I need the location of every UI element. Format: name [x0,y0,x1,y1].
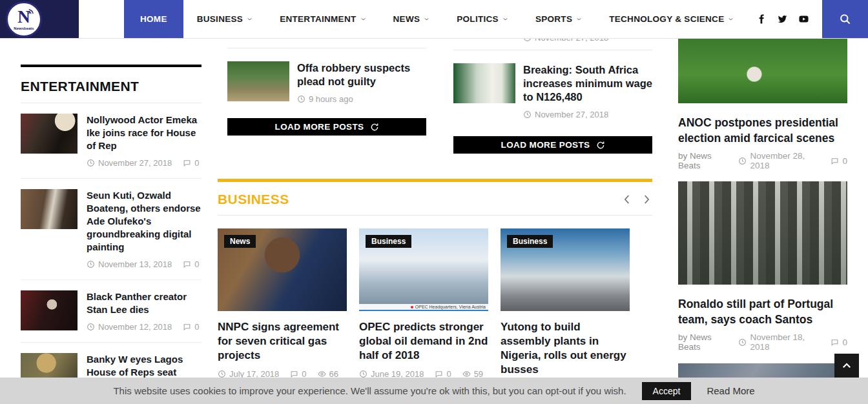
search-button[interactable] [822,0,868,38]
section-title: BUSINESS [218,192,289,207]
article-thumbnail[interactable] [21,189,78,229]
article-image[interactable]: Business OPEC Headquarters, Viena Austri… [359,228,488,311]
nav-item-news[interactable]: NEWS [380,0,444,38]
article-thumbnail[interactable] [227,61,289,101]
author-byline[interactable]: by News Beats [678,332,731,352]
clock-icon [87,260,95,268]
article-thumbnail[interactable] [21,290,78,330]
article-title[interactable]: Seun Kuti, Ozwald Boateng, others endors… [87,189,202,254]
clock-icon [87,323,95,331]
article-title[interactable]: Offa robbery suspects plead not guilty [297,61,426,88]
article-title[interactable]: Ronaldo still part of Portugal team, say… [678,296,847,327]
article-title[interactable]: ANOC postpones presidential election ami… [678,115,847,146]
article-card: News NNPC signs agreement for seven crit… [218,228,347,393]
article-title[interactable]: Black Panther creator Stan Lee dies [87,290,202,316]
comments-icon [831,338,839,347]
widget-title: ENTERTAINMENT [21,79,202,94]
scroll-to-top-button[interactable] [834,354,859,378]
category-tag[interactable]: Business [507,235,553,248]
category-tag[interactable]: Business [366,235,411,248]
author-byline[interactable]: by News Beats [678,151,731,170]
facebook-icon[interactable] [756,14,767,25]
nav-label: BUSINESS [197,14,243,24]
logo-name: Newsbeats [14,26,34,30]
nav-label: TECHNOLOGY & SCIENCE [609,14,724,24]
business-header: BUSINESS [218,182,652,215]
nav-item-entertainment[interactable]: ENTERTAINMENT [266,0,379,38]
article-card: Business OPEC Headquarters, Viena Austri… [359,228,488,393]
widget-top-rule [21,65,202,67]
article-date: November 13, 2018 [98,259,172,269]
chevron-down-icon [247,16,253,22]
article-meta: November 27, 2018 0 [87,158,202,168]
sports-sidebar: ANOC postpones presidential election ami… [678,39,847,404]
twitter-icon[interactable] [777,14,788,25]
article-meta: November 12, 2018 0 [87,322,202,332]
comments-icon [183,323,191,331]
article-title[interactable]: NNPC signs agreement for seven critical … [218,320,347,363]
load-more-label: LOAD MORE POSTS [274,122,364,132]
article-title[interactable]: Banky W eyes Lagos House of Reps seat [87,353,202,379]
main-nav: HOME BUSINESS ENTERTAINMENT NEWS POLITIC… [124,0,747,38]
feed-columns: Offa robbery suspects plead not guilty 9… [218,39,652,154]
nav-item-politics[interactable]: POLITICS [443,0,522,38]
nav-item-business[interactable]: BUSINESS [183,0,266,38]
refresh-icon [370,123,379,132]
list-item: Nollywood Actor Emeka Ike joins race for… [21,103,202,179]
entertainment-widget: ENTERTAINMENT Nollywood Actor Emeka Ike … [21,39,202,404]
image-caption: OPEC Headquarters, Viena Austria [359,304,488,311]
nav-item-home[interactable]: HOME [124,0,183,38]
comments-count[interactable]: 0 [194,259,199,269]
site-logo[interactable]: N Newsbeats [6,1,42,37]
cookie-read-more-link[interactable]: Read More [707,385,754,396]
prev-arrow-icon[interactable] [621,194,633,205]
article-title[interactable]: OPEC predicts stronger global oil demand… [359,320,488,363]
comments-icon [183,159,191,167]
comments-count[interactable]: 0 [194,322,199,332]
category-tag[interactable]: News [224,235,256,248]
comments-icon [831,157,839,165]
chevron-down-icon [728,16,734,22]
list-item: Black Panther creator Stan Lee dies Nove… [21,280,202,343]
comments-count[interactable]: 0 [194,158,199,168]
header-actions [756,0,868,38]
comments-count[interactable]: 0 [842,156,847,166]
center-column: Offa robbery suspects plead not guilty 9… [218,39,652,393]
nav-label: ENTERTAINMENT [280,14,356,24]
clock-icon [523,110,532,119]
load-more-posts-button[interactable]: LOAD MORE POSTS [227,118,426,136]
nav-item-technology-science[interactable]: TECHNOLOGY & SCIENCE [595,0,747,38]
article-title[interactable]: Yutong to build assembly plants in Niger… [501,320,630,377]
chevron-down-icon [576,16,582,22]
logo-block[interactable]: N Newsbeats [0,0,79,38]
business-section: BUSINESS News NNPC signs agreement for s… [218,179,652,393]
chevron-up-icon [841,360,852,372]
cookie-consent-bar: This website uses cookies to improve you… [0,378,868,404]
search-icon [839,13,851,25]
caption-text: OPEC Headquarters, Viena Austria [415,305,486,309]
article-title[interactable]: Breaking: South Africa increases minimum… [523,63,652,104]
article-meta: 9 hours ago [297,94,426,104]
load-more-posts-button[interactable]: LOAD MORE POSTS [453,136,652,154]
accept-cookies-button[interactable]: Accept [642,382,692,400]
article-image[interactable] [678,181,847,285]
list-item: Seun Kuti, Ozwald Boateng, others endors… [21,179,202,280]
nav-label: NEWS [393,14,420,24]
social-links [756,0,822,38]
nav-label: SPORTS [535,14,572,24]
comments-count[interactable]: 0 [842,338,847,347]
article-meta: by News Beats November 18, 2018 0 [678,332,847,352]
cookie-message: This website uses cookies to improve you… [113,385,626,396]
article-thumbnail[interactable] [21,114,78,154]
article-image[interactable] [678,39,847,103]
nav-item-sports[interactable]: SPORTS [522,0,595,38]
next-arrow-icon[interactable] [641,194,652,205]
article-meta: November 13, 2018 0 [87,259,202,269]
article-title[interactable]: Nollywood Actor Emeka Ike joins race for… [87,114,202,152]
main-content: ENTERTAINMENT Nollywood Actor Emeka Ike … [0,39,868,404]
article-image[interactable]: Business [501,228,630,311]
article-image[interactable]: News [218,228,347,311]
youtube-icon[interactable] [798,14,809,25]
article-thumbnail[interactable] [453,63,515,103]
article-date: November 12, 2018 [98,322,172,332]
